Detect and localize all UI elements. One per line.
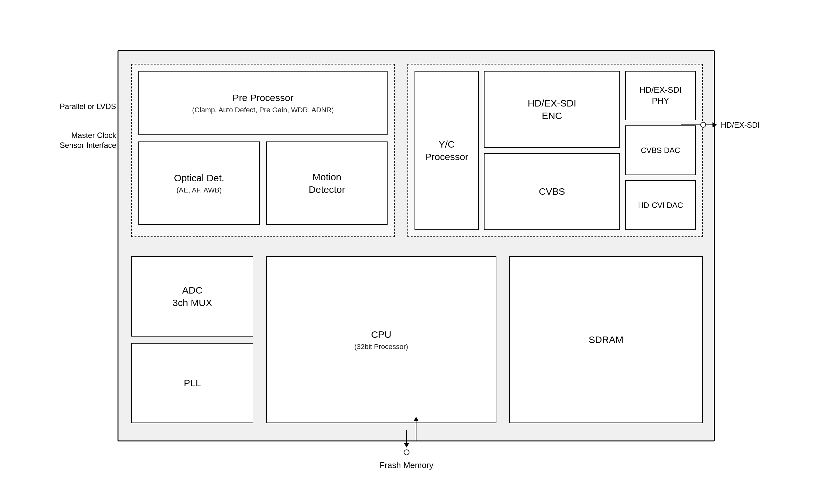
bottom-blocks-row: Optical Det. (AE, AF, AWB) Motion Detect… xyxy=(138,141,388,225)
flash-arrow-down xyxy=(404,443,409,448)
flash-arrow-up xyxy=(414,417,419,421)
pll-block: PLL xyxy=(131,343,253,423)
hd-cvi-dac-title: HD-CVI DAC xyxy=(638,200,683,210)
flash-line-down xyxy=(406,430,407,443)
flash-memory-area: Frash Memory xyxy=(380,430,433,470)
cpu-subtitle: (32bit Processor) xyxy=(355,343,408,351)
middle-column: HD/EX-SDI ENC CVBS xyxy=(484,71,620,230)
pre-processor-block: Pre Processor (Clamp, Auto Defect, Pre G… xyxy=(138,71,388,135)
left-bottom-col: ADC 3ch MUX PLL xyxy=(131,256,253,423)
main-chip: Pre Processor (Clamp, Auto Defect, Pre G… xyxy=(117,50,715,441)
hd-output-line xyxy=(681,124,700,125)
motion-detector-title: Motion Detector xyxy=(309,171,345,196)
sdram-title: SDRAM xyxy=(588,333,623,346)
diagram-wrapper: Parallel or LVDS Master Clock Sensor Int… xyxy=(53,31,760,474)
yc-processor-title: Y/C Processor xyxy=(425,138,468,163)
pll-title: PLL xyxy=(184,377,201,389)
pre-processor-title: Pre Processor xyxy=(233,91,294,104)
hd-ex-sdi-label: HD/EX-SDI xyxy=(721,120,760,130)
bottom-section: ADC 3ch MUX PLL CPU (32bit Processor) SD… xyxy=(131,256,703,423)
optical-det-title: Optical Det. xyxy=(174,172,225,184)
cvbs-block: CVBS xyxy=(484,153,620,230)
cvbs-dac-block: CVBS DAC xyxy=(625,125,696,175)
left-dashed-box: Pre Processor (Clamp, Auto Defect, Pre G… xyxy=(131,64,395,237)
optical-det-block: Optical Det. (AE, AF, AWB) xyxy=(138,141,260,225)
pre-processor-subtitle: (Clamp, Auto Defect, Pre Gain, WDR, ADNR… xyxy=(192,106,334,114)
hd-output-line2 xyxy=(706,124,713,125)
sensor-interface-label: Sensor Interface xyxy=(60,140,116,150)
master-clock-label: Master Clock xyxy=(60,130,116,140)
yc-processor-block: Y/C Processor xyxy=(415,71,479,230)
cpu-block: CPU (32bit Processor) xyxy=(266,256,496,423)
hd-cvi-dac-block: HD-CVI DAC xyxy=(625,180,696,230)
hd-phy-title: HD/EX-SDI PHY xyxy=(639,85,681,107)
adc-block: ADC 3ch MUX xyxy=(131,256,253,337)
cvbs-title: CVBS xyxy=(539,185,565,198)
motion-detector-block: Motion Detector xyxy=(266,141,388,225)
hd-enc-block: HD/EX-SDI ENC xyxy=(484,71,620,148)
cpu-title: CPU xyxy=(371,328,391,341)
hd-output-circle xyxy=(700,122,706,128)
hd-ex-sdi-output: HD/EX-SDI xyxy=(681,120,760,130)
hd-enc-title: HD/EX-SDI ENC xyxy=(527,97,576,122)
right-output-column: HD/EX-SDI PHY CVBS DAC HD-CVI DAC xyxy=(625,71,696,230)
hd-phy-block: HD/EX-SDI PHY xyxy=(625,71,696,121)
top-section: Pre Processor (Clamp, Auto Defect, Pre G… xyxy=(131,64,703,243)
parallel-lvds-label: Parallel or LVDS xyxy=(60,101,116,111)
adc-title: ADC 3ch MUX xyxy=(172,284,212,309)
optical-det-subtitle: (AE, AF, AWB) xyxy=(176,186,222,194)
sdram-block: SDRAM xyxy=(509,256,703,423)
hd-output-arrowhead xyxy=(713,122,717,127)
cvbs-dac-title: CVBS DAC xyxy=(641,145,680,155)
flash-memory-label: Frash Memory xyxy=(380,460,433,470)
flash-memory-circle xyxy=(404,449,409,455)
right-dashed-box: Y/C Processor HD/EX-SDI ENC CVBS HD/EX-S… xyxy=(407,64,703,237)
